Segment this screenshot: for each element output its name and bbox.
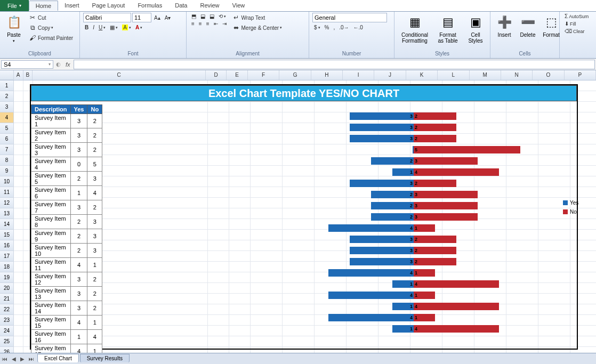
decrease-indent-button[interactable]: ⇤ bbox=[212, 20, 220, 27]
cell-desc[interactable]: Survey Item 8 bbox=[31, 215, 71, 229]
format-cells-button[interactable]: ⬚Format bbox=[541, 13, 562, 39]
grow-font-button[interactable]: A▴ bbox=[152, 14, 162, 21]
table-row[interactable]: Survey Item 923 bbox=[31, 229, 102, 244]
row-header-8[interactable]: 8 bbox=[0, 155, 14, 166]
row-header-12[interactable]: 12 bbox=[0, 198, 14, 208]
row-header-1[interactable]: 1 bbox=[0, 80, 14, 91]
row-header-17[interactable]: 17 bbox=[0, 251, 14, 262]
cell-desc[interactable]: Survey Item 13 bbox=[31, 287, 71, 301]
col-header-I[interactable]: I bbox=[343, 70, 374, 80]
row-header-16[interactable]: 16 bbox=[0, 240, 14, 251]
conditional-formatting-button[interactable]: ▦Conditional Formatting bbox=[398, 13, 432, 45]
cell-no[interactable]: 3 bbox=[87, 172, 102, 186]
fill-button[interactable]: ⬇ Fill bbox=[563, 20, 578, 27]
table-row[interactable]: Survey Item 732 bbox=[31, 200, 102, 215]
cell-desc[interactable]: Survey Item 1 bbox=[31, 114, 71, 128]
insert-cells-button[interactable]: ➕Insert bbox=[494, 13, 515, 39]
col-header-D[interactable]: D bbox=[206, 70, 227, 80]
cell-no[interactable]: 2 bbox=[87, 143, 102, 157]
cell-desc[interactable]: Survey Item 4 bbox=[31, 157, 71, 172]
cell-desc[interactable]: Survey Item 11 bbox=[31, 258, 71, 272]
align-top-button[interactable]: ⬒ bbox=[190, 13, 198, 20]
col-header-A[interactable]: A bbox=[14, 70, 23, 80]
copy-button[interactable]: ⧉Copy▾ bbox=[27, 23, 75, 33]
cell-no[interactable]: 2 bbox=[87, 114, 102, 128]
row-header-7[interactable]: 7 bbox=[0, 144, 14, 155]
row-header-18[interactable]: 18 bbox=[0, 262, 14, 272]
cell-yes[interactable]: 2 bbox=[70, 244, 87, 258]
col-header-E[interactable]: E bbox=[227, 70, 248, 80]
cell-desc[interactable]: Survey Item 14 bbox=[31, 301, 71, 316]
font-name-select[interactable] bbox=[83, 13, 131, 22]
col-header-N[interactable]: N bbox=[501, 70, 533, 80]
cell-no[interactable]: 1 bbox=[87, 316, 102, 330]
tab-page-layout[interactable]: Page Layout bbox=[86, 1, 132, 11]
orientation-button[interactable]: ⟲▾ bbox=[217, 13, 228, 20]
font-color-button[interactable]: A▾ bbox=[134, 24, 144, 31]
col-header-J[interactable]: J bbox=[374, 70, 406, 80]
table-row[interactable]: Survey Item 523 bbox=[31, 172, 102, 186]
row-header-19[interactable]: 19 bbox=[0, 272, 14, 283]
cell-yes[interactable]: 2 bbox=[70, 215, 87, 229]
cell-desc[interactable]: Survey Item 17 bbox=[31, 344, 71, 353]
cell-no[interactable]: 1 bbox=[87, 258, 102, 272]
bold-button[interactable]: B bbox=[83, 24, 90, 31]
row-header-25[interactable]: 25 bbox=[0, 336, 14, 347]
row-header-15[interactable]: 15 bbox=[0, 230, 14, 240]
table-row[interactable]: Survey Item 1023 bbox=[31, 244, 102, 258]
border-button[interactable]: ▦▾ bbox=[108, 24, 119, 31]
decrease-decimal-button[interactable]: ←.0 bbox=[352, 24, 365, 31]
row-header-23[interactable]: 23 bbox=[0, 315, 14, 326]
cell-yes[interactable]: 3 bbox=[70, 301, 87, 316]
table-row[interactable]: Survey Item 823 bbox=[31, 215, 102, 229]
cell-desc[interactable]: Survey Item 5 bbox=[31, 172, 71, 186]
sheet-tab-excel-chart[interactable]: Excel Chart bbox=[37, 354, 79, 362]
namebox-dropdown[interactable]: ◐ bbox=[54, 61, 62, 68]
comma-button[interactable]: , bbox=[332, 24, 336, 31]
cell-desc[interactable]: Survey Item 2 bbox=[31, 128, 71, 143]
cell-no[interactable]: 2 bbox=[87, 301, 102, 316]
row-header-26[interactable]: 26 bbox=[0, 347, 14, 353]
row-header-21[interactable]: 21 bbox=[0, 294, 14, 304]
file-tab[interactable]: File bbox=[0, 0, 29, 11]
row-header-5[interactable]: 5 bbox=[0, 123, 14, 134]
format-painter-button[interactable]: 🖌Format Painter bbox=[27, 33, 75, 43]
col-header-O[interactable]: O bbox=[533, 70, 564, 80]
cell-styles-button[interactable]: ▣Cell Styles bbox=[464, 13, 487, 45]
align-center-button[interactable]: ≡ bbox=[197, 20, 204, 27]
col-header-P[interactable]: P bbox=[565, 70, 596, 80]
row-header-2[interactable]: 2 bbox=[0, 91, 14, 102]
cell-desc[interactable]: Survey Item 12 bbox=[31, 272, 71, 287]
table-row[interactable]: Survey Item 1614 bbox=[31, 330, 102, 344]
table-row[interactable]: Survey Item 1232 bbox=[31, 272, 102, 287]
cell-no[interactable]: 2 bbox=[87, 287, 102, 301]
cell-yes[interactable]: 3 bbox=[70, 200, 87, 215]
row-header-14[interactable]: 14 bbox=[0, 219, 14, 230]
cell-no[interactable]: 2 bbox=[87, 128, 102, 143]
sheet-nav-prev[interactable]: ◀ bbox=[10, 356, 18, 362]
italic-button[interactable]: I bbox=[91, 24, 96, 31]
tab-formulas[interactable]: Formulas bbox=[131, 1, 168, 11]
tab-data[interactable]: Data bbox=[168, 1, 194, 11]
increase-indent-button[interactable]: ⇥ bbox=[221, 20, 228, 27]
cell-desc[interactable]: Survey Item 10 bbox=[31, 244, 71, 258]
cell-yes[interactable]: 1 bbox=[70, 186, 87, 200]
col-header-M[interactable]: M bbox=[470, 70, 501, 80]
cell-no[interactable]: 2 bbox=[87, 272, 102, 287]
cell-yes[interactable]: 0 bbox=[70, 157, 87, 172]
col-header-C[interactable]: C bbox=[33, 70, 205, 80]
formula-input[interactable] bbox=[74, 60, 595, 69]
sheet-nav-next[interactable]: ▶ bbox=[18, 356, 27, 362]
autosum-button[interactable]: Σ AutoSum bbox=[563, 13, 590, 20]
number-format-select[interactable] bbox=[312, 13, 387, 22]
cell-yes[interactable]: 4 bbox=[70, 316, 87, 330]
row-header-4[interactable]: 4 bbox=[0, 112, 14, 123]
increase-decimal-button[interactable]: .0→ bbox=[337, 24, 350, 31]
sheet-nav-last[interactable]: ⏭ bbox=[27, 356, 36, 362]
col-header-F[interactable]: F bbox=[248, 70, 279, 80]
col-header-L[interactable]: L bbox=[438, 70, 469, 80]
row-header-3[interactable]: 3 bbox=[0, 102, 14, 112]
row-header-24[interactable]: 24 bbox=[0, 326, 14, 336]
cell-yes[interactable]: 3 bbox=[70, 128, 87, 143]
delete-cells-button[interactable]: ➖Delete bbox=[517, 13, 538, 39]
